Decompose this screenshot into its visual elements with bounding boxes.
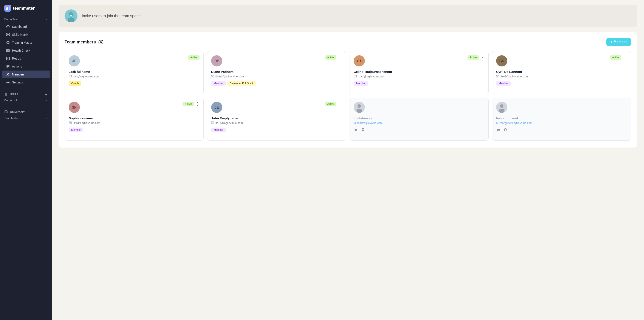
svg-rect-7 [8, 33, 10, 34]
sidebar: teammeter Demo Team ▲ DashboardSkills Ma… [0, 0, 52, 320]
envelope-icon [211, 121, 214, 124]
sidebar-item-skills-matrix[interactable]: Skills Matrix [2, 31, 50, 38]
sidebar-item-retros[interactable]: Retros [2, 55, 50, 62]
invitation-actions [354, 128, 484, 133]
settings-label: Settings [12, 81, 23, 84]
team-chevron: ▲ [45, 18, 47, 21]
member-more-menu[interactable]: ⋮ [623, 55, 627, 59]
member-card-sophia: SN Active ⋮ Sophia noname liz+3@agileval… [64, 98, 204, 141]
member-card-top [354, 102, 484, 113]
sidebar-item-health-check[interactable]: Health Check [2, 47, 50, 54]
units-label: UNITS [4, 93, 18, 96]
invitation-email: ✉ morgane@agilevalue.com [496, 121, 627, 124]
member-card-diane: DP Active ⋮ Diane Padnom diane@agilevalu… [207, 51, 346, 94]
retros-label: Retros [12, 57, 21, 60]
delete-invitation-button[interactable] [360, 128, 365, 133]
member-tag: Member [211, 81, 226, 86]
skills-matrix-icon [6, 33, 10, 36]
svg-rect-8 [6, 35, 8, 36]
team-section-header[interactable]: Demo Team ▲ [0, 17, 52, 22]
members-label: Members [12, 73, 24, 76]
envelope-icon: ✉ [496, 121, 498, 124]
sidebar-item-actions[interactable]: Actions [2, 63, 50, 70]
sidebar-item-members[interactable]: Members [2, 70, 50, 78]
member-name: John Emptyname [211, 116, 342, 120]
status-badge: Active [325, 55, 336, 59]
training-matrix-label: Training Matrix [12, 41, 32, 44]
member-email: jack@agilevalue.com [69, 75, 200, 78]
svg-point-48 [500, 104, 504, 108]
invitation-title: Invitation sent [354, 116, 484, 120]
status-badge: Active [468, 55, 479, 59]
svg-point-25 [72, 13, 72, 14]
add-unit-button[interactable]: + [45, 93, 47, 97]
team-name: Demo Team [4, 18, 19, 21]
status-badge: Active [182, 102, 194, 106]
member-more-menu[interactable]: ⋮ [481, 55, 484, 59]
member-more-menu[interactable]: ⋮ [338, 102, 342, 106]
invite-avatar [64, 9, 78, 22]
company-item[interactable]: COMPANY [0, 108, 52, 116]
add-member-button[interactable]: + Member [606, 38, 631, 46]
dashboard-icon [6, 25, 10, 28]
teammeter-section-header[interactable]: TeamMeter ▼ [0, 116, 52, 121]
member-card-top: DP Active ⋮ [211, 55, 342, 66]
envelope-icon [69, 121, 72, 124]
resend-invitation-button[interactable] [354, 128, 358, 133]
member-more-menu[interactable]: ⋮ [338, 55, 342, 59]
member-email: diane@agilevalue.com [211, 75, 342, 78]
member-more-menu[interactable]: ⋮ [196, 102, 200, 106]
member-card-john: JE Active ⋮ John Emptyname liz+4@agileva… [207, 98, 346, 141]
member-status-area: Active [188, 55, 200, 59]
svg-rect-20 [6, 112, 6, 113]
demo-unit-header[interactable]: Demo Unit ▼ [0, 98, 52, 104]
sidebar-item-dashboard[interactable]: Dashboard [2, 23, 50, 30]
resend-invitation-button[interactable] [496, 128, 501, 133]
team-members-section: Team members (6) + Member JF Active Jack… [58, 32, 637, 148]
svg-point-46 [356, 109, 362, 113]
status-badge: Active [325, 102, 336, 106]
members-grid: JF Active Jack fullname jack@agilevalue.… [64, 51, 631, 141]
invitation-email: ✉ lea@agilevalue.com [354, 121, 484, 124]
member-card-invite1: Invitation sent ✉ lea@agilevalue.com [350, 98, 488, 141]
delete-invitation-button[interactable] [503, 128, 508, 133]
member-name: Jack fullname [69, 70, 200, 73]
nav-items: DashboardSkills MatrixTraining MatrixHea… [0, 22, 52, 86]
member-tag: Member [354, 81, 368, 86]
envelope-icon [211, 75, 214, 78]
company-icon [4, 110, 8, 114]
sidebar-item-training-matrix[interactable]: Training Matrix [2, 39, 50, 46]
member-name: Celine Toujourssansnom [354, 70, 484, 73]
dashboard-label: Dashboard [12, 25, 27, 28]
member-tag: Developer Full Stack [227, 81, 256, 86]
member-tag: Member [69, 128, 83, 132]
status-badge: Active [610, 55, 622, 59]
invitation-title: Invitation sent [496, 116, 627, 120]
svg-rect-6 [6, 33, 8, 34]
settings-icon [6, 80, 10, 84]
sidebar-item-settings[interactable]: Settings [2, 78, 50, 86]
team-members-header: Team members (6) + Member [64, 38, 631, 46]
envelope-icon [354, 75, 357, 78]
company-label: COMPANY [10, 110, 25, 114]
svg-point-24 [70, 13, 70, 14]
training-matrix-icon [6, 41, 10, 44]
member-tags: MemberDeveloper Full Stack [211, 81, 342, 86]
teammeter-label: TeamMeter [4, 117, 18, 120]
demo-unit-label: Demo Unit [4, 99, 18, 102]
svg-rect-1 [7, 7, 8, 10]
member-card-celine: CT Active ⋮ Celine Toujourssansnom liz+1… [350, 51, 488, 94]
member-avatar: JF [69, 55, 80, 66]
member-tags: Member [354, 81, 484, 86]
member-tags: Member [69, 128, 200, 132]
member-card-top: CS Active ⋮ [496, 55, 627, 66]
svg-text:CS: CS [499, 59, 504, 63]
invite-banner: Invite users to join the team space [58, 5, 637, 27]
logo: teammeter [0, 0, 52, 17]
svg-text:JF: JF [72, 59, 76, 63]
status-badge: Active [188, 55, 200, 59]
member-tag: Coach [69, 81, 81, 86]
member-avatar: DP [211, 55, 222, 66]
svg-point-49 [499, 109, 504, 113]
member-card-top: JE Active ⋮ [211, 102, 342, 113]
